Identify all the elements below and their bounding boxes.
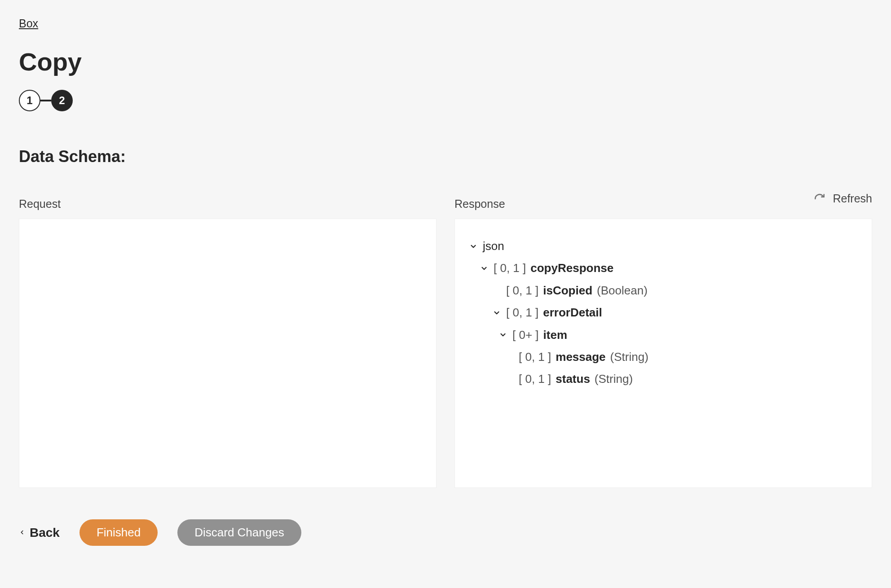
tree-node-label: json [483,235,504,257]
request-panel [19,219,437,488]
tree-node-label: copyResponse [530,257,613,279]
tree-node-iscopied[interactable]: [ 0, 1 ] isCopied (Boolean) [468,280,858,302]
back-label: Back [30,526,60,540]
tree-node-label: message [556,346,605,368]
chevron-down-icon [492,308,502,318]
back-button[interactable]: Back [19,526,60,540]
tree-node-status[interactable]: [ 0, 1 ] status (String) [468,368,858,390]
section-title: Data Schema: [19,147,872,166]
chevron-down-icon [468,241,478,251]
tree-node-cardinality: [ 0, 1 ] [519,346,551,368]
refresh-label: Refresh [833,192,872,205]
tree-node-label: errorDetail [543,302,602,324]
chevron-left-icon [19,526,25,540]
response-panel: json [ 0, 1 ] copyResponse [ 0, 1 ] isCo… [454,219,872,488]
footer-actions: Back Finished Discard Changes [19,519,872,546]
step-2[interactable]: 2 [51,90,73,111]
tree-node-type: (Boolean) [597,280,648,302]
tree-node-cardinality: [ 0, 1 ] [506,280,538,302]
tree-node-type: (String) [610,346,648,368]
tree-node-errordetail[interactable]: [ 0, 1 ] errorDetail [468,302,858,324]
step-1[interactable]: 1 [19,90,40,111]
tree-node-cardinality: [ 0, 1 ] [519,368,551,390]
tree-node-cardinality: [ 0+ ] [512,324,539,346]
breadcrumb: Box [19,17,872,30]
chevron-down-icon [479,263,489,273]
step-connector [40,100,51,101]
tree-node-label: isCopied [543,280,592,302]
stepper: 1 2 [19,90,872,111]
tree-node-item[interactable]: [ 0+ ] item [468,324,858,346]
tree-node-message[interactable]: [ 0, 1 ] message (String) [468,346,858,368]
response-label: Response [454,197,872,211]
tree-node-json[interactable]: json [468,235,858,257]
finished-button[interactable]: Finished [79,519,158,546]
tree-node-type: (String) [595,368,633,390]
response-tree: json [ 0, 1 ] copyResponse [ 0, 1 ] isCo… [468,235,858,391]
tree-node-label: item [543,324,567,346]
refresh-button[interactable]: Refresh [814,192,872,205]
tree-node-cardinality: [ 0, 1 ] [506,302,538,324]
discard-changes-button[interactable]: Discard Changes [177,519,301,546]
chevron-down-icon [498,330,508,340]
refresh-icon [814,193,825,205]
tree-node-cardinality: [ 0, 1 ] [494,257,526,279]
breadcrumb-root-link[interactable]: Box [19,17,38,30]
tree-node-label: status [556,368,590,390]
request-label: Request [19,197,437,211]
tree-node-copyresponse[interactable]: [ 0, 1 ] copyResponse [468,257,858,279]
page-title: Copy [19,47,872,76]
